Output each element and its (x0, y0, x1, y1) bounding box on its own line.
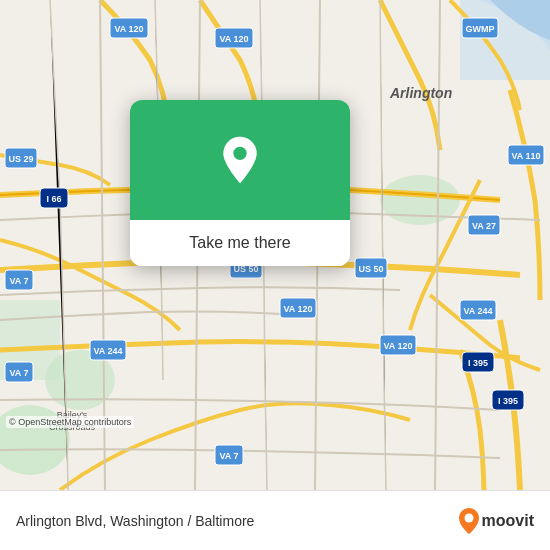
moovit-logo: moovit (456, 507, 534, 535)
svg-text:I 66: I 66 (46, 194, 61, 204)
map-copyright: © OpenStreetMap contributors (6, 416, 134, 428)
svg-text:I 395: I 395 (498, 396, 518, 406)
svg-text:VA 110: VA 110 (511, 151, 540, 161)
svg-text:US 50: US 50 (358, 264, 383, 274)
location-label: Arlington Blvd, Washington / Baltimore (16, 513, 254, 529)
svg-text:VA 27: VA 27 (472, 221, 496, 231)
bottom-bar: Arlington Blvd, Washington / Baltimore m… (0, 490, 550, 550)
svg-text:VA 7: VA 7 (9, 368, 28, 378)
svg-text:VA 244: VA 244 (93, 346, 122, 356)
take-me-there-button[interactable]: Take me there (130, 220, 350, 266)
popup-card: Take me there (130, 100, 350, 266)
svg-text:VA 7: VA 7 (9, 276, 28, 286)
svg-text:VA 120: VA 120 (219, 34, 248, 44)
map-container: VA 120 VA 120 US 29 I 66 I 66 VA 110 US … (0, 0, 550, 490)
svg-text:VA 244: VA 244 (463, 306, 492, 316)
svg-text:Arlington: Arlington (389, 85, 452, 101)
svg-text:VA 120: VA 120 (114, 24, 143, 34)
popup-header (130, 100, 350, 220)
svg-text:VA 7: VA 7 (219, 451, 238, 461)
svg-text:US 29: US 29 (8, 154, 33, 164)
moovit-brand-text: moovit (482, 512, 534, 530)
svg-text:VA 120: VA 120 (383, 341, 412, 351)
moovit-pin-icon (458, 507, 480, 535)
svg-point-50 (464, 513, 473, 522)
location-pin-icon (215, 135, 265, 185)
svg-text:GWMP: GWMP (466, 24, 495, 34)
svg-text:I 395: I 395 (468, 358, 488, 368)
svg-text:VA 120: VA 120 (283, 304, 312, 314)
svg-point-49 (233, 147, 246, 160)
